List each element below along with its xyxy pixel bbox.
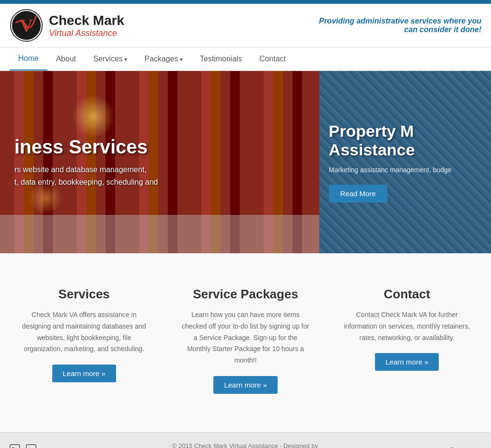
navigation: Home About Services Packages Testimonial…	[0, 47, 491, 71]
contact-learn-more-button[interactable]: Learn more »	[375, 353, 439, 371]
logo-name: Check Mark	[49, 13, 124, 28]
nav-packages[interactable]: Packages	[136, 48, 191, 70]
services-learn-more-button[interactable]: Learn more »	[52, 365, 116, 382]
footer-copyright: · © 2015 Check Mark Virtual Assistance ·…	[169, 442, 318, 448]
services-heading: Services	[20, 287, 148, 302]
hero-bottom-overlay	[0, 215, 319, 253]
hero-left-desc: rs website and database management, t, d…	[14, 164, 305, 188]
contact-heading: Contact	[343, 287, 471, 302]
packages-heading: Service Packages	[182, 287, 310, 302]
footer-back-to-top[interactable]: Back to top	[450, 445, 481, 448]
top-bar	[0, 0, 491, 4]
services-section: Services Check Mark VA offers assistance…	[0, 253, 491, 432]
nav-home[interactable]: Home	[10, 47, 47, 71]
logo-sub: Virtual Assistance	[49, 28, 117, 38]
services-grid: Services Check Mark VA offers assistance…	[11, 277, 480, 403]
hero-banner: iness Services rs website and database m…	[0, 71, 491, 253]
header: V Check Mark Virtual Assistance Providin…	[0, 4, 491, 47]
nav-services[interactable]: Services	[85, 48, 136, 70]
nav-about[interactable]: About	[47, 48, 85, 70]
service-card-contact: Contact Contact Check Mark VA for furthe…	[333, 277, 480, 403]
hero-right-title: Property M Assistance	[329, 122, 415, 159]
service-card-services: Services Check Mark VA offers assistance…	[11, 277, 158, 403]
footer: in · © 2015 Check Mark Virtual Assistanc…	[0, 432, 491, 448]
back-to-top-link[interactable]: Back to top	[450, 446, 481, 448]
contact-desc: Contact Check Mark VA for further inform…	[343, 309, 471, 343]
packages-learn-more-button[interactable]: Learn more »	[213, 376, 277, 394]
hero-right-desc: Marketing assistanc management, budge	[329, 165, 452, 175]
footer-icons: in	[10, 444, 36, 448]
linkedin-label: in	[29, 446, 33, 448]
linkedin-icon[interactable]: in	[26, 444, 36, 448]
rss-icon[interactable]	[10, 444, 20, 448]
hero-left-title: iness Services	[14, 136, 305, 158]
read-more-button[interactable]: Read More	[329, 185, 387, 202]
service-card-packages: Service Packages Learn how you can have …	[172, 277, 319, 403]
logo-text: Check Mark Virtual Assistance	[49, 13, 124, 38]
logo-icon: V	[10, 9, 43, 42]
nav-testimonials[interactable]: Testimonials	[191, 48, 251, 70]
tagline-line1: Providing administrative services where …	[319, 17, 481, 25]
services-desc: Check Mark VA offers assistance in desig…	[20, 309, 148, 355]
hero-right: Property M Assistance Marketing assistan…	[319, 71, 491, 253]
tagline-line2: can consider it done!	[319, 25, 481, 34]
logo-area: V Check Mark Virtual Assistance	[10, 9, 124, 42]
tagline: Providing administrative services where …	[319, 17, 481, 34]
nav-contact[interactable]: Contact	[251, 48, 294, 70]
copyright-text: · © 2015 Check Mark Virtual Assistance ·…	[169, 442, 318, 448]
packages-desc: Learn how you can have more items checke…	[182, 309, 310, 366]
